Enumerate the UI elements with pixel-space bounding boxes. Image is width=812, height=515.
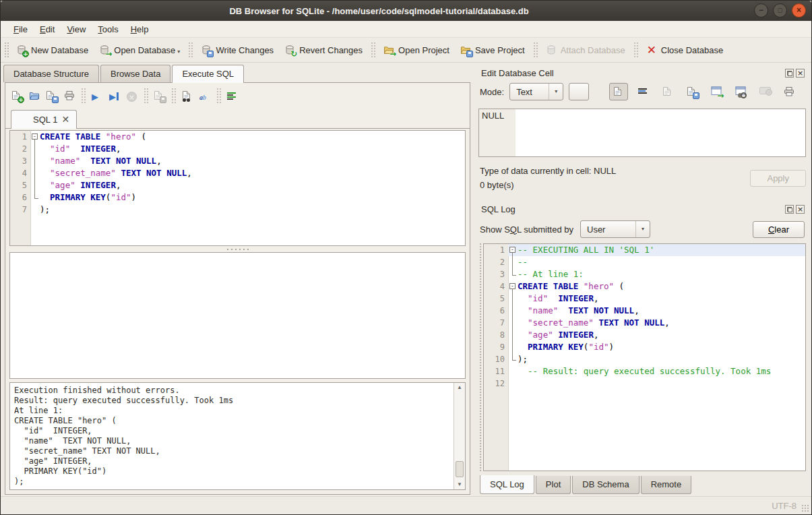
open-database-button[interactable]: →Open Database▾ [94,42,185,58]
menu-view[interactable]: View [61,23,92,36]
title-bar[interactable]: DB Browser for SQLite - /home/user/code/… [1,1,811,21]
sql-document-tab[interactable]: SQL 1 ✕ [11,110,77,129]
mode-dropdown[interactable]: Text ▾ [509,83,563,100]
print-button[interactable] [61,87,78,104]
line-number: 5 [484,293,508,305]
toolbar-separator [171,88,176,104]
new-database-label: New Database [31,45,88,55]
close-panel-icon[interactable] [796,205,805,214]
clear-log-button[interactable]: Clear [753,221,805,238]
fold-marker-icon[interactable]: - [30,131,40,143]
close-panel-icon[interactable] [796,69,805,78]
close-tab-icon[interactable]: ✕ [61,115,69,123]
write-changes-button[interactable]: Write Changes [195,42,279,58]
horizontal-splitter[interactable] [5,246,470,252]
save-sql-file-button[interactable]: ▾ [43,87,61,104]
fold-guide [508,365,518,377]
tab-browse-data[interactable]: Browse Data [100,65,170,82]
line-number: 8 [484,329,508,341]
menu-edit[interactable]: Edit [34,23,61,36]
gear-icon [573,86,584,97]
copy-link-button[interactable] [732,84,749,100]
open-sql-file-button[interactable] [26,87,43,104]
menu-help[interactable]: Help [125,23,155,36]
code-line: 2-- [484,256,805,268]
minimize-icon[interactable]: − [754,3,768,18]
tab-execute-sql[interactable]: Execute SQL [172,65,244,83]
new-database-button[interactable]: +New Database [11,42,94,58]
sql-log-view[interactable]: 1--- EXECUTING ALL IN 'SQL 1'2--3-- At l… [483,243,806,471]
code-line: 5 "id" INTEGER, [484,293,805,305]
dock-tab-remote[interactable]: Remote [641,476,692,494]
close-database-label: Close Database [661,45,724,55]
scroll-up-icon[interactable]: ▲ [457,383,462,392]
line-number: 12 [484,377,508,390]
scroll-track[interactable] [454,392,465,480]
fold-marker-icon[interactable]: - [508,244,518,256]
sql-editor[interactable]: 1-CREATE TABLE "hero" (2 "id" INTEGER,3 … [9,130,466,246]
code-text: CREATE TABLE "hero" ( [40,131,465,143]
open-project-button[interactable]: →Open Project [378,42,455,58]
toolbar-separator [188,42,193,58]
code-text: -- At line 1: [518,268,805,280]
float-panel-icon[interactable] [785,69,794,78]
open-sql-tab-button[interactable]: + [8,87,26,104]
menu-bar: FileEditViewToolsHelp [1,21,811,38]
stop-execution-button: × [123,87,141,104]
word-wrap-icon [638,86,649,97]
fold-guide [30,143,40,155]
open-external-button[interactable]: → [708,84,725,100]
app-window: DB Browser for SQLite - /home/user/code/… [0,0,812,515]
text-mode-button[interactable] [609,83,628,100]
close-icon[interactable]: × [792,3,806,18]
code-line: 9 PRIMARY KEY("id") [484,341,805,353]
save-project-button[interactable]: Save Project [455,42,530,58]
menu-tools[interactable]: Tools [92,23,124,36]
word-wrap-button[interactable] [635,84,652,100]
chevron-down-icon[interactable]: ▾ [177,49,180,55]
close-database-button[interactable]: ✕Close Database [641,42,729,58]
execute-line-button[interactable]: ▶ [106,87,123,104]
print-cell-button[interactable] [780,84,798,100]
scroll-thumb[interactable] [456,461,464,477]
submitter-value: User [587,224,605,235]
execute-all-button[interactable]: ▶ [88,87,106,104]
toolbar-drag-handle[interactable] [4,42,9,58]
menu-file[interactable]: File [7,23,34,36]
tab-database-structure[interactable]: Database Structure [3,65,99,82]
toolbar-separator [144,88,148,104]
find-icon [182,90,193,101]
results-scrollbar[interactable]: ▲ ▼ [454,383,465,489]
main-tab-bar: Database StructureBrowse DataExecute SQL [1,63,474,82]
replace-button[interactable]: ab [196,87,214,104]
submitter-dropdown[interactable]: User ▾ [580,220,650,238]
auto-switch-mode-button[interactable] [569,83,589,100]
find-button[interactable] [179,87,196,104]
maximize-icon[interactable]: ◻ [773,3,787,18]
format-sql-button[interactable] [224,87,241,104]
set-null-icon [759,86,770,97]
main-toolbar: +New Database→Open Database▾Write Change… [1,38,811,63]
code-text: ); [40,204,465,216]
execute-sql-panel: +▾▶▶×▾ab SQL 1 ✕ 1-CREATE TABLE "hero" (… [5,82,470,495]
fold-marker-icon[interactable]: - [508,280,518,293]
code-line: 1-CREATE TABLE "hero" ( [10,131,465,143]
export-data-button[interactable] [683,84,701,100]
dock-tab-plot[interactable]: Plot [536,476,571,494]
execution-log-text[interactable]: Execution finished without errors. Resul… [10,383,454,489]
revert-changes-button[interactable]: ↻Revert Changes [279,42,368,58]
resize-grip-icon[interactable] [801,504,809,512]
line-number: 2 [484,256,508,268]
dock-tab-db-schema[interactable]: DB Schema [572,476,639,494]
open-project-label: Open Project [398,45,449,55]
scroll-down-icon[interactable]: ▼ [457,480,462,489]
revert-changes-icon: ↻ [284,44,295,55]
cell-editor-box[interactable]: NULL [478,109,806,157]
dock-drag-handle[interactable] [478,243,482,471]
right-dock-area: Edit Database Cell Mode: Text ▾ → NULL T… [474,63,811,496]
dock-tab-sql-log[interactable]: SQL Log [480,475,534,494]
float-panel-icon[interactable] [785,205,794,214]
apply-button: Apply [750,170,806,187]
new-database-icon: + [16,44,27,55]
results-grid[interactable] [9,252,466,379]
